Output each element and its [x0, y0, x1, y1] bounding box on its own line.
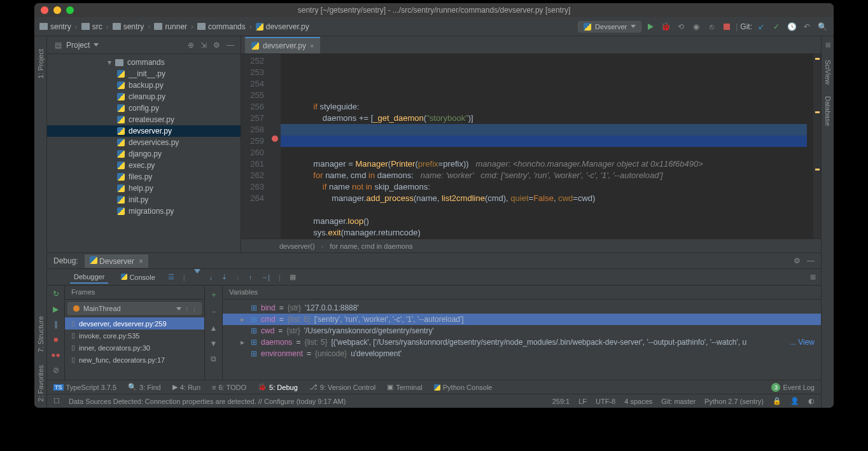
database-tool-button[interactable]: Database — [824, 96, 832, 126]
interpreter[interactable]: Python 2.7 (sentry) — [704, 398, 764, 405]
minimize-window-button[interactable] — [53, 6, 61, 14]
git-update-button[interactable]: ↙ — [755, 20, 767, 33]
force-step-button[interactable]: ↓ — [236, 274, 240, 281]
breakpoints-button[interactable]: ●● — [51, 350, 60, 359]
status-icon[interactable]: ☐ — [53, 397, 60, 405]
pause-button[interactable]: ∥ — [54, 320, 58, 329]
run-button[interactable] — [644, 20, 657, 33]
frame-item[interactable]: ▯devserver, devserver.py:259 — [65, 317, 204, 330]
up-button[interactable]: ▲ — [210, 324, 218, 333]
event-log-tab[interactable]: 3 Event Log — [771, 383, 815, 392]
terminal-tab[interactable]: ▣ Terminal — [387, 383, 423, 391]
frame-item[interactable]: ▯invoke, core.py:535 — [65, 330, 204, 342]
debug-session-tab[interactable]: Devserver × — [85, 254, 148, 268]
tree-file[interactable]: django.py — [47, 148, 241, 160]
tree-file[interactable]: cleanup.py — [47, 91, 241, 102]
git-branch[interactable]: Git: master — [661, 398, 696, 405]
frame-item[interactable]: ▯new_func, decorators.py:17 — [65, 354, 204, 366]
inspector-icon[interactable]: 👤 — [790, 397, 799, 405]
thread-selector[interactable]: MainThread ↑↓ — [67, 302, 202, 315]
indent[interactable]: 4 spaces — [624, 398, 652, 405]
todo-tab[interactable]: ≡ 6: TODO — [212, 384, 246, 391]
expand-icon[interactable]: ⇲ — [200, 41, 207, 50]
resume-button[interactable]: ▶ — [53, 305, 59, 314]
tree-file[interactable]: help.py — [47, 183, 241, 194]
variable-row[interactable]: ⊞ bind = {str} '127.0.0.1:8888' — [223, 302, 821, 314]
stop-button[interactable]: ■ — [53, 335, 58, 344]
tree-file[interactable]: exec.py — [47, 160, 241, 171]
line-separator[interactable]: LF — [578, 398, 587, 405]
project-tool-button[interactable]: 1: Project — [37, 49, 45, 78]
editor-breadcrumb[interactable]: devserver() › for name, cmd in daemons — [241, 239, 821, 253]
favorites-tool-button[interactable]: 2: Favorites — [37, 365, 45, 401]
attach-button[interactable]: ⎋ — [705, 20, 718, 33]
tree-file[interactable]: devserver.py — [47, 125, 241, 137]
code-content[interactable]: if styleguide: daemons += [_get_daemon("… — [281, 54, 813, 239]
copy-button[interactable]: ⧉ — [211, 354, 216, 363]
run-to-cursor-button[interactable]: →| — [261, 274, 270, 281]
console-subtab[interactable]: Console — [117, 272, 158, 283]
python-console-tab[interactable]: Python Console — [434, 384, 493, 391]
run-config-selector[interactable]: Devserver — [578, 21, 641, 32]
sciview-tool-button[interactable]: SciView — [824, 60, 832, 85]
hide-icon[interactable]: — — [807, 256, 815, 265]
encoding[interactable]: UTF-8 — [596, 398, 615, 405]
grid-icon[interactable]: ⊞ — [825, 41, 830, 48]
typescript-tab[interactable]: TS TypeScript 3.7.5 — [53, 384, 116, 391]
close-window-button[interactable] — [41, 6, 48, 14]
remove-watch-button[interactable]: － — [210, 307, 218, 317]
tree-file[interactable]: config.py — [47, 102, 241, 114]
tree-file[interactable]: createuser.py — [47, 114, 241, 125]
cursor-position[interactable]: 259:1 — [552, 398, 570, 405]
breadcrumb[interactable]: sentry›src›sentry›runner›commands›devser… — [39, 22, 309, 31]
locate-icon[interactable]: ⊕ — [188, 41, 194, 50]
rerun-button[interactable]: ↻ — [53, 289, 59, 298]
run-tab[interactable]: ▶ 4: Run — [172, 383, 200, 391]
add-watch-button[interactable]: ＋ — [210, 289, 218, 300]
down-button[interactable]: ▼ — [210, 339, 218, 348]
vcs-tab[interactable]: ⎇ 9: Version Control — [309, 383, 375, 391]
git-history-button[interactable]: 🕓 — [785, 20, 798, 33]
mute-button[interactable]: ⊘ — [53, 366, 59, 375]
step-into-my-button[interactable]: ⇣ — [221, 273, 227, 281]
error-stripe[interactable] — [813, 54, 821, 239]
gutter-icons[interactable] — [269, 54, 281, 239]
tree-file[interactable]: files.py — [47, 171, 241, 183]
profile-button[interactable]: ◉ — [690, 20, 703, 33]
step-over-button[interactable] — [194, 274, 200, 281]
status-message[interactable]: Data Sources Detected: Connection proper… — [69, 398, 346, 405]
tree-file[interactable]: migrations.py — [47, 205, 241, 217]
variable-row[interactable]: ⊞ environment = {unicode} u'development' — [223, 348, 821, 359]
editor-tab[interactable]: devserver.py × — [245, 37, 320, 53]
debug-tab[interactable]: 🐞 5: Debug — [258, 383, 298, 391]
tree-file[interactable]: devservices.py — [47, 137, 241, 148]
tree-file[interactable]: backup.py — [47, 80, 241, 91]
tree-file[interactable]: __init__.py — [47, 68, 241, 80]
find-tab[interactable]: 🔍 3: Find — [128, 383, 161, 391]
variable-row[interactable]: ▸⊞ cmd = {list: 6} ['sentry', 'run', 'wo… — [223, 314, 821, 325]
close-icon[interactable]: × — [310, 42, 314, 50]
code-area[interactable]: 252253254255256257258259260261262263264 … — [241, 54, 821, 239]
layout-icon[interactable]: ⊞ — [810, 273, 816, 281]
gear-icon[interactable]: ⚙ — [213, 41, 220, 50]
variable-row[interactable]: ⊞ cwd = {str} '/Users/ryanskonnord/getse… — [223, 325, 821, 337]
debugger-subtab[interactable]: Debugger — [70, 271, 108, 284]
structure-tool-button[interactable]: 7: Structure — [37, 316, 45, 352]
threads-icon[interactable]: ☰ — [168, 273, 174, 281]
variables-list[interactable]: ⊞ bind = {str} '127.0.0.1:8888'▸⊞ cmd = … — [223, 300, 821, 380]
gear-icon[interactable]: ⚙ — [794, 256, 801, 265]
tree-file[interactable]: init.py — [47, 194, 241, 205]
coverage-button[interactable]: ⟲ — [675, 20, 687, 33]
zoom-window-button[interactable] — [66, 6, 74, 14]
evaluate-button[interactable]: ▦ — [290, 273, 296, 281]
breakpoint-icon[interactable] — [272, 135, 278, 142]
step-out-button[interactable]: ↑ — [249, 274, 253, 281]
stop-button[interactable] — [720, 20, 733, 33]
variable-row[interactable]: ▸⊞ daemons = {list: 5} [('webpack', ['/U… — [223, 337, 821, 348]
debug-button[interactable]: 🐞 — [659, 20, 672, 33]
frame-item[interactable]: ▯inner, decorators.py:30 — [65, 342, 204, 354]
search-everywhere-button[interactable]: 🔍 — [816, 20, 829, 33]
git-revert-button[interactable]: ↶ — [801, 20, 813, 33]
step-into-button[interactable]: ↓ — [209, 274, 213, 281]
project-tree[interactable]: ▾commands__init__.pybackup.pycleanup.pyc… — [47, 54, 241, 253]
